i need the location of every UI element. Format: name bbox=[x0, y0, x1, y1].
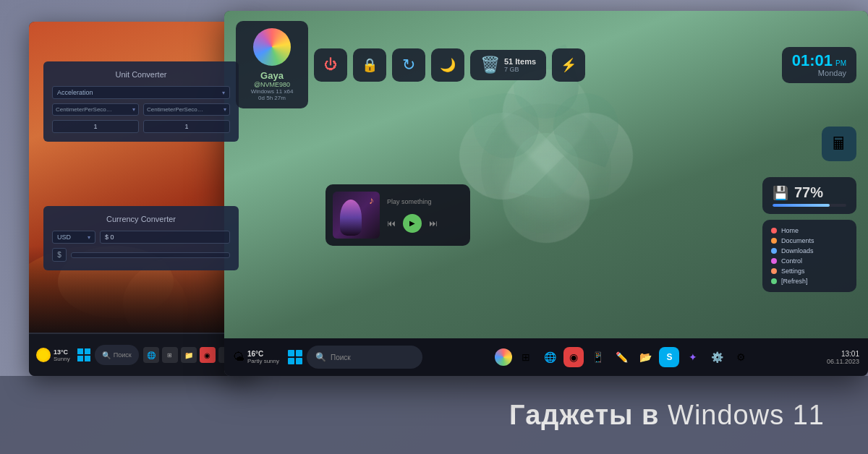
trash-size: 7 GB bbox=[504, 66, 536, 73]
front-tb-icon-skype[interactable]: S bbox=[659, 347, 679, 367]
music-note-icon: ♪ bbox=[369, 194, 374, 206]
back-tb-icon-2[interactable]: ⊞ bbox=[162, 347, 178, 363]
storage-percentage: 77% bbox=[794, 184, 823, 201]
front-tb-icon-settings[interactable]: ⚙️ bbox=[707, 347, 727, 367]
currency-amount-input[interactable]: $ 0 bbox=[100, 231, 230, 244]
prev-button[interactable]: ⏮ bbox=[387, 218, 396, 228]
calculator-icon: 🖩 bbox=[830, 134, 848, 154]
music-controls: ⏮ ▶ ⏭ bbox=[387, 214, 463, 233]
trash-icon: 🗑️ bbox=[480, 56, 500, 74]
front-search-box[interactable]: 🔍 Поиск bbox=[307, 346, 422, 369]
calculator-widget[interactable]: 🖩 bbox=[822, 127, 856, 161]
ql-label-control: Control bbox=[781, 257, 802, 265]
extra-button[interactable]: ⚡ bbox=[552, 48, 585, 82]
front-search-icon: 🔍 bbox=[315, 352, 326, 362]
front-tb-icon-chrome[interactable]: 🌐 bbox=[540, 347, 560, 367]
ql-refresh[interactable]: [Refresh] bbox=[771, 276, 848, 286]
title-bold: Гаджеты в bbox=[509, 400, 659, 430]
front-tb-icon-grid[interactable]: ⊞ bbox=[516, 347, 536, 367]
svg-rect-2 bbox=[77, 356, 83, 361]
album-art: ♪ bbox=[333, 192, 380, 239]
user-handle: @NVME980 bbox=[254, 81, 290, 88]
front-tb-icon-app2[interactable]: 📱 bbox=[587, 347, 608, 367]
front-weather-temp: 16°C bbox=[247, 350, 279, 358]
night-button[interactable]: 🌙 bbox=[431, 48, 464, 82]
play-button[interactable]: ▶ bbox=[403, 214, 422, 233]
avatar-image bbox=[253, 28, 291, 66]
front-weather-widget: 🌤 16°C Partly sunny bbox=[233, 350, 279, 364]
unit-converter-title: Unit Converter bbox=[52, 70, 230, 79]
back-weather-temp: 13°C bbox=[54, 348, 70, 356]
ql-dot-home bbox=[771, 228, 777, 234]
front-tb-icon-folder[interactable]: 📂 bbox=[635, 347, 655, 367]
front-tb-icon-app3[interactable]: ✏️ bbox=[611, 347, 631, 367]
trash-items-count: 51 Items bbox=[504, 57, 536, 66]
front-taskbar: 🌤 16°C Partly sunny 🔍 Поиск ⊞ 🌐 ◉ 📱 ✏️ bbox=[224, 338, 868, 376]
svg-rect-1 bbox=[85, 348, 90, 354]
from-value-input[interactable]: 1 bbox=[52, 120, 139, 133]
title-bar: Гаджеты в Windows 11 bbox=[0, 376, 868, 454]
power-button[interactable]: ⏻ bbox=[314, 48, 347, 82]
ql-home[interactable]: Home bbox=[771, 226, 848, 236]
ql-label-documents: Documents bbox=[781, 237, 814, 244]
front-windows-button[interactable] bbox=[288, 350, 302, 364]
top-gadget-bar: Gaya @NVME980 Windows 11 x64 0d 5h 27m ⏻… bbox=[224, 21, 868, 108]
user-avatar bbox=[253, 28, 291, 66]
back-search-icon: 🔍 bbox=[102, 351, 111, 359]
lock-button[interactable]: 🔒 bbox=[353, 48, 386, 82]
ql-downloads[interactable]: Downloads bbox=[771, 246, 848, 256]
currency-result-input[interactable] bbox=[71, 252, 230, 258]
trash-widget[interactable]: 🗑️ 51 Items 7 GB bbox=[470, 50, 546, 80]
front-tb-icon-app1[interactable]: ◉ bbox=[563, 347, 584, 367]
category-select[interactable]: Acceleration bbox=[52, 86, 230, 99]
music-status: Play something bbox=[387, 198, 463, 205]
storage-widget: 💾 77% bbox=[762, 177, 856, 214]
svg-rect-3 bbox=[85, 356, 90, 361]
currency-converter-title: Currency Converter bbox=[52, 215, 230, 223]
front-tb-icon-gear[interactable]: ⚙ bbox=[731, 347, 751, 367]
ql-dot-settings bbox=[771, 268, 777, 274]
currency-from-select[interactable]: USD bbox=[52, 231, 95, 244]
back-weather-icon bbox=[36, 348, 51, 362]
from-unit-select[interactable]: CentimeterPerSecondSqua bbox=[52, 103, 139, 116]
back-tb-icon-3[interactable]: 📁 bbox=[181, 347, 197, 363]
right-panel: 💾 77% Home Documents Downloads bbox=[762, 177, 856, 292]
clock-day: Monday bbox=[818, 69, 846, 77]
next-button[interactable]: ⏭ bbox=[429, 218, 438, 228]
back-tb-icon-1[interactable]: 🌐 bbox=[143, 347, 159, 363]
front-tb-icon-star[interactable]: ✦ bbox=[683, 347, 703, 367]
ql-dot-downloads bbox=[771, 248, 777, 254]
back-tb-icon-4[interactable]: ◉ bbox=[200, 347, 216, 363]
win-quad-3 bbox=[288, 358, 294, 364]
back-windows-button[interactable] bbox=[77, 348, 90, 362]
ql-settings[interactable]: Settings bbox=[771, 266, 848, 276]
back-weather-condition: Sunny bbox=[54, 356, 70, 362]
ql-documents[interactable]: Documents bbox=[771, 236, 848, 246]
back-weather-widget: 13°C Sunny bbox=[36, 348, 70, 362]
windows-logo-icon bbox=[77, 348, 90, 361]
currency-result-symbol: $ bbox=[52, 248, 67, 262]
ql-dot-refresh bbox=[771, 278, 777, 284]
music-widget: ♪ Play something ⏮ ▶ ⏭ bbox=[326, 184, 470, 246]
refresh-button[interactable]: ↻ bbox=[392, 48, 425, 82]
user-uptime: 0d 5h 27m bbox=[258, 95, 286, 101]
front-weather-icon: 🌤 bbox=[233, 351, 244, 364]
back-taskbar: 13°C Sunny 🔍 Поиск 🌐 ⊞ 📁 ◉ 📱 ✏️ bbox=[29, 334, 253, 376]
front-search-text: Поиск bbox=[331, 354, 351, 361]
back-search-box[interactable]: 🔍 Поиск bbox=[95, 345, 139, 365]
back-window: Unit Converter Acceleration CentimeterPe… bbox=[29, 22, 253, 376]
quicklinks-widget: Home Documents Downloads Control Setting… bbox=[762, 220, 856, 292]
win-quad-4 bbox=[296, 358, 302, 364]
title-light: Windows 11 bbox=[668, 400, 825, 430]
to-value-input[interactable]: 1 bbox=[143, 120, 230, 133]
ql-control[interactable]: Control bbox=[771, 256, 848, 266]
ql-label-settings: Settings bbox=[781, 267, 805, 275]
front-tb-icon-rainbow[interactable] bbox=[495, 348, 512, 366]
svg-rect-0 bbox=[77, 348, 83, 354]
back-search-text: Поиск bbox=[114, 351, 132, 359]
to-unit-select[interactable]: CentimeterPerSecondSqu bbox=[143, 103, 230, 116]
front-date: 06.11.2023 bbox=[827, 358, 859, 365]
user-name: Gaya bbox=[260, 70, 284, 81]
user-os: Windows 11 x64 bbox=[251, 88, 294, 95]
storage-fill bbox=[773, 204, 830, 207]
